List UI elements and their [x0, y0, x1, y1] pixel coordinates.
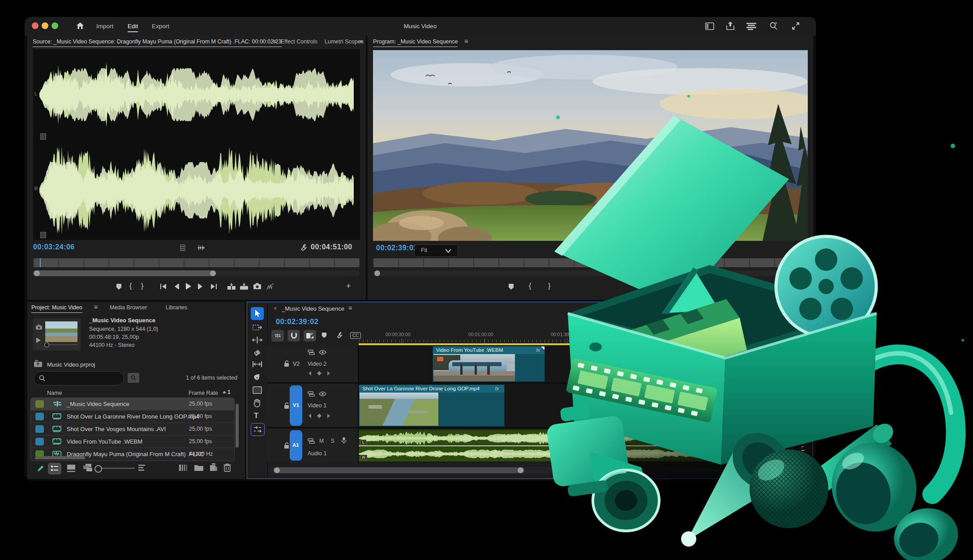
- item-name[interactable]: Dragonfly Mayu Puma (Original From M Cra…: [67, 451, 204, 457]
- horizontal-scrollbar[interactable]: [35, 456, 85, 459]
- track-badge-v2[interactable]: V2: [293, 361, 300, 367]
- vertical-scrollbar[interactable]: [236, 404, 239, 448]
- sort-order-badge[interactable]: 1: [227, 389, 231, 395]
- project-item-row[interactable]: Shot Over La Garonne River Drone Long GO…: [31, 410, 234, 423]
- source-tab[interactable]: Source: _Music Video Sequence: Dragonfly…: [33, 38, 282, 47]
- tool-pen[interactable]: [253, 373, 261, 381]
- thumbnail-zoom-slider[interactable]: [94, 466, 135, 470]
- tool-selection[interactable]: [251, 307, 264, 320]
- mark-out-icon[interactable]: }: [141, 282, 143, 290]
- fullscreen-icon[interactable]: [791, 21, 800, 30]
- project-item-row[interactable]: _Music Video Sequence25,00 fps: [31, 398, 234, 410]
- preview-thumbnail[interactable]: [33, 318, 81, 351]
- source-audio-waveform-icon[interactable]: [197, 244, 206, 251]
- label-color-chip[interactable]: [35, 438, 44, 445]
- source-playhead-marker[interactable]: [40, 258, 41, 267]
- quick-export-panel-icon[interactable]: [705, 22, 714, 30]
- tab-media-browser[interactable]: Media Browser: [110, 304, 147, 311]
- tool-slip[interactable]: [252, 361, 262, 368]
- source-patch-icon[interactable]: [308, 391, 315, 397]
- insert-icon[interactable]: [227, 283, 236, 290]
- voiceover-mic-icon[interactable]: [341, 437, 347, 444]
- clip-v1-shot-over-la-garonne[interactable]: Shot Over La Garonne River Drone Long GO…: [359, 385, 505, 427]
- label-color-chip[interactable]: [35, 413, 44, 420]
- drag-audio-only-icon[interactable]: [266, 283, 274, 290]
- timeline-marker-icon[interactable]: [321, 332, 327, 338]
- source-zoom-scrollbar[interactable]: [33, 270, 360, 276]
- source-zoom-handle-left[interactable]: [34, 270, 40, 276]
- eye-icon[interactable]: [319, 391, 326, 397]
- mark-in-icon[interactable]: {: [129, 282, 132, 290]
- tool-razor[interactable]: [253, 349, 261, 357]
- export-frame-icon[interactable]: [253, 283, 261, 290]
- preview-scrub-handle[interactable]: [44, 342, 49, 347]
- settings-wrench-icon[interactable]: [300, 244, 308, 252]
- source-panel-menu-icon[interactable]: ≡: [273, 38, 276, 45]
- project-tab[interactable]: Project: Music Video: [31, 304, 82, 313]
- icon-view-button[interactable]: [67, 464, 76, 472]
- workspace-menu-icon[interactable]: [746, 23, 756, 30]
- label-color-chip[interactable]: [35, 400, 44, 408]
- item-name[interactable]: Video From YouTube .WEBM: [67, 438, 142, 445]
- list-view-button[interactable]: [48, 463, 61, 475]
- tool-ripple-edit[interactable]: [252, 336, 262, 344]
- sequence-tab-close-icon[interactable]: ×: [274, 305, 277, 312]
- mute-button[interactable]: M: [319, 438, 324, 444]
- traffic-light-minimize[interactable]: [42, 22, 48, 29]
- goto-in-icon[interactable]: [160, 283, 167, 290]
- sequence-tab[interactable]: _Music Video Sequence: [282, 305, 344, 312]
- play-icon[interactable]: [185, 282, 192, 290]
- tab-effect-controls[interactable]: Effect Controls: [281, 38, 317, 45]
- navigate-up-icon[interactable]: [34, 360, 43, 368]
- eye-icon[interactable]: [319, 350, 326, 355]
- search-input[interactable]: [48, 372, 121, 384]
- sort-options-icon[interactable]: [138, 464, 146, 471]
- timeline-current-timecode[interactable]: 00:02:39:02: [276, 317, 318, 326]
- timeline-zoom-handle-left[interactable]: [274, 467, 280, 473]
- item-name[interactable]: Shot Over The Vosges Mountains .AVI: [67, 426, 166, 432]
- linked-selection-button[interactable]: [304, 330, 316, 342]
- breadcrumb[interactable]: Music Video.prproj: [47, 361, 95, 368]
- step-back-icon[interactable]: [173, 283, 180, 290]
- search-bin-icon[interactable]: [128, 373, 139, 383]
- tab-import[interactable]: Import: [96, 23, 113, 30]
- column-frame-rate[interactable]: Frame Rate: [189, 390, 218, 396]
- automate-to-sequence-icon[interactable]: [179, 464, 189, 472]
- traffic-light-close[interactable]: [32, 22, 39, 29]
- program-panel-menu-icon[interactable]: ≡: [464, 38, 468, 45]
- source-patch-icon[interactable]: [308, 438, 315, 444]
- item-name[interactable]: _Music Video Sequence: [67, 401, 129, 407]
- freeform-view-button[interactable]: [82, 464, 93, 472]
- program-current-timecode[interactable]: 00:02:39:02: [376, 244, 418, 252]
- share-icon[interactable]: [726, 21, 735, 31]
- add-marker-icon[interactable]: [116, 283, 122, 290]
- panel-overflow-icon[interactable]: »: [360, 38, 363, 44]
- tool-type[interactable]: T: [254, 411, 258, 420]
- column-name[interactable]: Name: [47, 390, 62, 396]
- tool-remix[interactable]: [251, 423, 265, 436]
- overwrite-icon[interactable]: [240, 283, 249, 290]
- tab-libraries[interactable]: Libraries: [166, 304, 187, 311]
- button-editor-icon[interactable]: +: [346, 282, 351, 291]
- program-tab[interactable]: Program: _Music Video Sequence: [373, 38, 458, 47]
- timeline-settings-wrench-icon[interactable]: [336, 332, 343, 339]
- source-ruler[interactable]: [33, 258, 360, 267]
- tab-lumetri-scopes[interactable]: Lumetri Scopes: [325, 38, 364, 45]
- new-item-icon[interactable]: [209, 463, 218, 471]
- snap-magnet-button[interactable]: [287, 330, 300, 342]
- tab-edit[interactable]: Edit: [128, 23, 138, 32]
- add-marker-icon[interactable]: [508, 283, 514, 290]
- label-color-chip[interactable]: [35, 425, 44, 433]
- zoom-level-select[interactable]: Fit: [414, 244, 458, 257]
- program-zoom-handle-left[interactable]: [374, 270, 380, 276]
- project-panel-menu-icon[interactable]: ≡: [94, 304, 98, 311]
- item-name[interactable]: Shot Over La Garonne River Drone Long GO…: [67, 413, 199, 420]
- solo-button[interactable]: S: [331, 438, 334, 444]
- lock-icon[interactable]: [284, 402, 290, 409]
- source-display-mode-icon[interactable]: [180, 244, 186, 252]
- tab-export[interactable]: Export: [152, 23, 169, 30]
- source-zoom-handle-right[interactable]: [210, 270, 216, 276]
- project-item-row[interactable]: Shot Over The Vosges Mountains .AVI25,00…: [31, 423, 234, 435]
- step-forward-icon[interactable]: [197, 283, 204, 290]
- keyframe-nav-icons[interactable]: [308, 413, 331, 419]
